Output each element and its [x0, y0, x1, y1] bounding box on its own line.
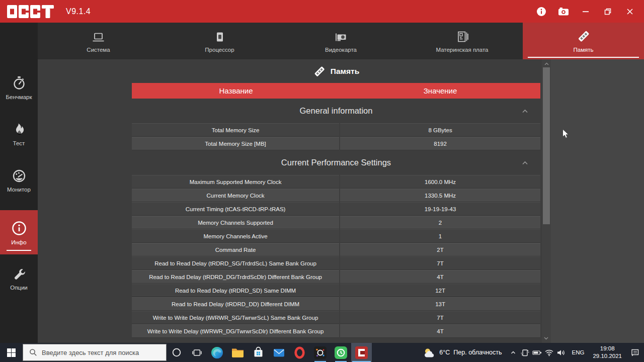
tab-system[interactable]: Система: [38, 23, 159, 59]
chevron-up-icon[interactable]: [507, 343, 519, 362]
info-table: Название Значение General informationTot…: [132, 83, 540, 338]
row-value-cell: 4T: [340, 270, 540, 284]
taskbar-app-opera[interactable]: [289, 343, 310, 362]
table-body: General informationTotal Memory Size8 GB…: [132, 99, 540, 338]
gpu-icon: [334, 29, 348, 43]
section-title: Current Performance Settings: [281, 158, 391, 167]
battery-icon[interactable]: [531, 343, 543, 362]
sidebar-item-label: Бенчмарк: [6, 94, 32, 100]
row-name-cell: Memory Channels Supported: [132, 216, 339, 229]
action-center-icon[interactable]: [626, 343, 644, 362]
sidebar-item-benchmark[interactable]: Бенчмарк: [0, 65, 38, 110]
table-row: Memory Channels Supported2: [132, 216, 540, 229]
table-header-row: Название Значение: [132, 83, 540, 99]
row-value-cell: 8192: [340, 137, 540, 150]
taskbar-app-occt[interactable]: [351, 343, 372, 362]
restore-icon[interactable]: [597, 0, 619, 23]
scroll-up-icon[interactable]: [542, 60, 551, 67]
close-icon[interactable]: [619, 0, 641, 23]
tab-gpu[interactable]: Видеокарта: [280, 23, 401, 59]
info-icon: [11, 220, 28, 237]
row-name-cell: Write to Write Delay (tWRWR_DG/TwrwrScDl…: [132, 324, 339, 338]
taskbar-app-edge[interactable]: [207, 343, 227, 362]
sidebar-item-monitor[interactable]: Монитор: [0, 158, 38, 202]
search-placeholder: Введите здесь текст для поиска: [42, 349, 139, 356]
weather-text: Пер. облачность: [453, 349, 502, 356]
table-row: Command Rate2T: [132, 243, 540, 256]
start-button[interactable]: [0, 343, 23, 362]
tab-label: Видеокарта: [325, 47, 357, 53]
info-circle-icon[interactable]: [530, 0, 552, 23]
scrollbar-thumb[interactable]: [543, 67, 550, 224]
sidebar-item-label: Монитор: [7, 187, 31, 193]
volume-icon[interactable]: [555, 343, 568, 362]
weather-widget[interactable]: 6°C Пер. облачность: [418, 343, 507, 362]
tab-cpu[interactable]: Процессор: [159, 23, 280, 59]
taskbar-app-clock-app[interactable]: [331, 343, 351, 362]
store-icon: [253, 346, 264, 359]
table-row: Total Memory Size [MB]8192: [132, 137, 540, 150]
green-clock-app-icon: [334, 346, 348, 359]
row-value-cell: 13T: [340, 297, 540, 311]
table-row: Total Memory Size8 GBytes: [132, 123, 540, 137]
table-row: Read to Read Delay (tRDRD_DG/TrdrdScDlr)…: [132, 270, 540, 284]
sidebar-item-test[interactable]: Тест: [0, 112, 38, 156]
row-name-cell: Read to Read Delay (tRDRD_DG/TrdrdScDlr)…: [132, 270, 339, 284]
cortana-icon[interactable]: [167, 343, 187, 362]
taskbar-apps: [207, 343, 372, 362]
clock-time: 19:08: [593, 345, 622, 352]
language-indicator[interactable]: ENG: [568, 349, 589, 355]
edge-icon: [210, 346, 224, 359]
clock[interactable]: 19:08 29.10.2021: [589, 345, 626, 360]
search-input[interactable]: Введите здесь текст для поиска: [23, 344, 167, 361]
tab-label: Память: [573, 47, 593, 53]
tab-label: Система: [87, 47, 110, 53]
row-name-cell: Memory Channels Active: [132, 229, 339, 243]
chevron-up-icon[interactable]: [522, 161, 528, 165]
device-icon[interactable]: [519, 343, 531, 362]
table-row: Write to Write Delay (tWRWR_SG/TwrwrScL)…: [132, 311, 540, 324]
chevron-up-icon[interactable]: [522, 109, 528, 113]
tab-motherboard[interactable]: Материнская плата: [401, 23, 523, 59]
search-icon: [29, 348, 37, 356]
row-name-cell: Read to Read Delay (tRDRD_SG/TrdrdScL) S…: [132, 256, 339, 270]
row-name-cell: Maximum Supported Memory Clock: [132, 175, 339, 189]
title-bar: V9.1.4: [0, 0, 644, 23]
taskbar-app-store[interactable]: [248, 343, 269, 362]
camera-icon[interactable]: [552, 0, 575, 23]
sidebar-item-info[interactable]: Инфо: [0, 210, 38, 254]
taskbar-app-capture[interactable]: [310, 343, 331, 362]
value-column-header: Значение: [340, 83, 540, 99]
sidebar-item-label: Опции: [10, 285, 28, 291]
section-header[interactable]: Current Performance Settings: [132, 150, 540, 175]
laptop-icon: [92, 29, 105, 43]
section-header[interactable]: General information: [132, 99, 540, 123]
ram-icon: [313, 65, 326, 78]
mail-icon: [273, 347, 285, 358]
row-value-cell: 2: [340, 216, 540, 229]
name-column-header: Название: [132, 83, 340, 99]
wrench-icon: [12, 267, 27, 282]
sidebar-item-label: Тест: [13, 140, 25, 146]
table-row: Read to Read Delay (tRDRD_SG/TrdrdScL) S…: [132, 256, 540, 270]
vertical-scrollbar[interactable]: [542, 59, 551, 343]
scroll-down-icon[interactable]: [542, 335, 551, 342]
minimize-icon[interactable]: [575, 0, 597, 23]
table-row: Current Memory Clock1330.5 MHz: [132, 189, 540, 202]
row-name-cell: Total Memory Size [MB]: [132, 137, 339, 150]
taskbar-app-explorer[interactable]: [227, 343, 248, 362]
row-name-cell: Total Memory Size: [132, 123, 339, 137]
capture-app-icon: [313, 346, 327, 359]
row-value-cell: 7T: [340, 256, 540, 270]
taskbar-app-mail[interactable]: [269, 343, 289, 362]
row-value-cell: 8 GBytes: [340, 123, 540, 137]
sidebar-item-options[interactable]: Опции: [0, 256, 38, 301]
tab-memory[interactable]: Память: [523, 23, 644, 59]
mouse-cursor: [562, 129, 570, 139]
row-value-cell: 19-19-19-43: [340, 202, 540, 216]
wifi-icon[interactable]: [543, 343, 555, 362]
task-view-icon[interactable]: [187, 343, 207, 362]
weather-temp: 6°C: [439, 349, 450, 356]
page-title-label: Память: [331, 67, 359, 76]
row-name-cell: Current Timing (tCAS-tRCD-tRP-tRAS): [132, 202, 339, 216]
